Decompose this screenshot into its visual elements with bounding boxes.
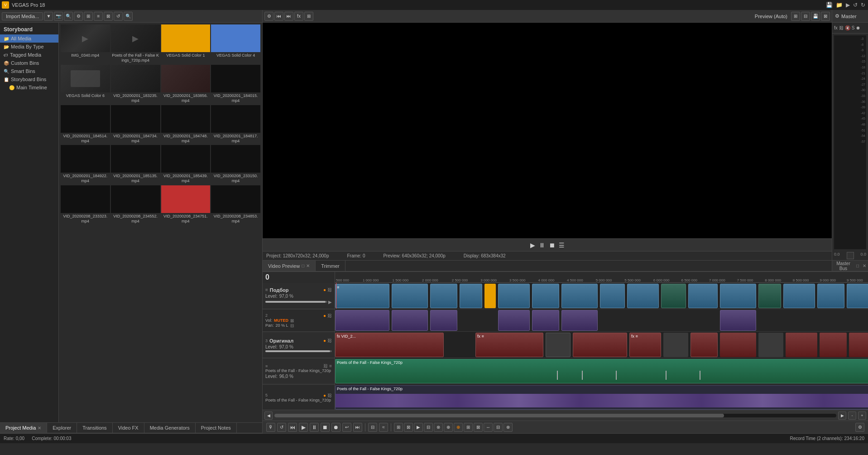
transport-stop[interactable]: ⏹ — [321, 423, 330, 432]
media-item-11[interactable]: VID_20200201_184817.mp4 — [211, 105, 260, 145]
transport-loop[interactable]: ↩ — [342, 423, 351, 432]
clip-1-15[interactable] — [783, 284, 815, 308]
render-icon[interactable]: ▶ — [845, 1, 851, 9]
loop-back-btn[interactable]: ↺ — [277, 423, 286, 432]
clip-3-7[interactable] — [691, 333, 718, 357]
media-btn-3[interactable]: 🔍 — [64, 12, 73, 21]
clip-1-2[interactable] — [392, 284, 428, 308]
track-3-chain-btn[interactable]: ⛓ — [327, 338, 332, 343]
clip-1-12[interactable] — [688, 284, 718, 308]
clip-2-7[interactable] — [720, 310, 756, 331]
stop-button[interactable]: ⏹ — [549, 242, 555, 249]
track-4-chain-btn[interactable]: ⛓ — [323, 363, 328, 368]
clip-1-7[interactable] — [532, 284, 559, 308]
media-btn-2[interactable]: 📷 — [54, 12, 63, 21]
media-item-6[interactable]: VID_20200201_183856.mp4 — [161, 65, 211, 104]
media-item-17[interactable]: VID_20200208_234552.mp4 — [111, 185, 160, 225]
settings-btn-right[interactable]: ⚙ — [855, 423, 864, 432]
extra-btn-12[interactable]: ⊗ — [504, 423, 513, 432]
tab-video-fx[interactable]: Video FX — [113, 423, 144, 433]
clip-1-11[interactable] — [661, 284, 686, 308]
master-settings-icon[interactable]: ⚙ — [835, 13, 839, 19]
sidebar-item-storyboard-bins[interactable]: 📋 Storyboard Bins — [0, 75, 58, 83]
clip-1-6[interactable] — [498, 284, 530, 308]
track-1-slider[interactable] — [265, 301, 327, 303]
media-btn-7[interactable]: ⊠ — [104, 12, 113, 21]
clip-2-4[interactable] — [498, 310, 530, 331]
media-item-18[interactable]: VID_20200208_234751.mp4 — [161, 185, 211, 225]
preview-grid-btn[interactable]: ⊞ — [791, 12, 800, 21]
tab-media-generators[interactable]: Media Generators — [144, 423, 196, 433]
sidebar-item-media-by-type[interactable]: 📂 Media By Type — [0, 43, 58, 51]
preview-prev-btn[interactable]: ⏮ — [274, 12, 283, 21]
clip-2-5[interactable] — [532, 310, 559, 331]
redo-icon[interactable]: ↻ — [860, 1, 866, 9]
mic-btn[interactable]: 🎙 — [266, 423, 275, 432]
clip-1-17[interactable] — [847, 284, 868, 308]
save-icon[interactable]: 💾 — [825, 1, 834, 9]
close-master-tab[interactable]: □ — [854, 263, 861, 268]
snap-btn[interactable]: ⊟ — [368, 423, 377, 432]
media-btn-4[interactable]: ⚙ — [74, 12, 83, 21]
master-bus-tab[interactable]: Master Bus — [832, 259, 854, 271]
track-5-chain-btn[interactable]: ⛓ — [327, 393, 332, 398]
clip-1-10[interactable] — [627, 284, 659, 308]
extra-btn-6[interactable]: ⊕ — [444, 423, 453, 432]
track-1-chain-btn[interactable]: ⛓ — [327, 287, 332, 292]
clip-3-9[interactable] — [758, 333, 783, 357]
clip-3-3[interactable] — [546, 333, 571, 357]
media-item-0[interactable]: ▶ IMG_0340.mp4 — [61, 24, 110, 64]
media-item-12[interactable]: VID_20200201_184922.mp4 — [61, 145, 110, 184]
master-record-icon[interactable]: ⏺ — [856, 25, 860, 30]
preview-next-btn[interactable]: ⏭ — [284, 12, 293, 21]
timeline-ruler[interactable]: 500 000 1 000 000 1 500 000 2 000 000 2 … — [335, 272, 868, 283]
clip-3-10[interactable] — [786, 333, 817, 357]
clip-3-12[interactable] — [849, 333, 868, 357]
track-5-fx-btn[interactable]: ● — [323, 393, 326, 398]
sidebar-item-smart-bins[interactable]: 🔍 Smart Bins — [0, 67, 58, 75]
sidebar-item-main-timeline[interactable]: 🟡 Main Timeline — [0, 83, 58, 92]
media-item-3[interactable]: VEGAS Solid Color 4 — [211, 24, 260, 64]
extra-btn-2[interactable]: ⊠ — [404, 423, 413, 432]
clip-3-1[interactable]: fx VID_2... — [335, 333, 444, 357]
extra-btn-11[interactable]: ⊟ — [494, 423, 503, 432]
preview-more-btn[interactable]: ⊞ — [304, 12, 313, 21]
media-item-4[interactable]: VEGAS Solid Color 6 — [61, 65, 110, 104]
timeline-zoom-out-btn[interactable]: - — [848, 411, 856, 420]
loop-button[interactable]: ☰ — [559, 242, 565, 249]
tab-project-notes[interactable]: Project Notes — [196, 423, 237, 433]
extra-btn-5[interactable]: ⊗ — [434, 423, 443, 432]
media-btn-refresh[interactable]: ↺ — [114, 12, 123, 21]
media-item-16[interactable]: VID_20200208_233323.mp4 — [61, 185, 110, 225]
track-3-slider[interactable] — [265, 350, 332, 352]
timeline-zoom-in-btn[interactable]: + — [858, 411, 866, 420]
transport-pause[interactable]: ⏸ — [310, 423, 319, 432]
folder-icon[interactable]: 📁 — [835, 1, 844, 9]
master-mute-icon[interactable]: 🔇 — [845, 25, 850, 30]
clip-2-6[interactable] — [561, 310, 598, 331]
extra-btn-10[interactable]: ↔ — [484, 423, 493, 432]
undo-icon[interactable]: ↺ — [852, 1, 858, 9]
media-item-19[interactable]: VID_20200208_234853.mp4 — [211, 185, 260, 225]
clip-3-8[interactable] — [720, 333, 756, 357]
ripple-btn[interactable]: ≈ — [379, 423, 388, 432]
clip-2-2[interactable] — [392, 310, 428, 331]
extra-btn-4[interactable]: ⊟ — [424, 423, 433, 432]
import-media-button[interactable]: Import Media... — [2, 12, 43, 20]
sidebar-item-custom-bins[interactable]: 📦 Custom Bins — [0, 59, 58, 67]
clip-2-1[interactable] — [335, 310, 389, 331]
clip-3-11[interactable] — [820, 333, 847, 357]
clip-3-4[interactable] — [573, 333, 627, 357]
sidebar-item-tagged-media[interactable]: 🏷 Tagged Media — [0, 51, 58, 59]
extra-btn-8[interactable]: ⊞ — [464, 423, 473, 432]
track-2-chain-btn[interactable]: ⛓ — [327, 313, 332, 318]
timeline-scroll-right-btn[interactable]: ▶ — [838, 411, 846, 420]
transport-record[interactable]: ⏺ — [331, 423, 340, 432]
preview-settings-btn[interactable]: ⚙ — [264, 12, 273, 21]
preview-save-btn[interactable]: 💾 — [811, 12, 820, 21]
preview-snap-btn[interactable]: ⊟ — [801, 12, 810, 21]
clip-1-1[interactable]: ≡ — [335, 284, 389, 308]
sidebar-item-all-media[interactable]: 📁 All Media — [0, 34, 58, 43]
media-item-5[interactable]: VID_20200201_183235.mp4 — [111, 65, 160, 104]
track-2-fx-btn[interactable]: ● — [323, 313, 326, 318]
